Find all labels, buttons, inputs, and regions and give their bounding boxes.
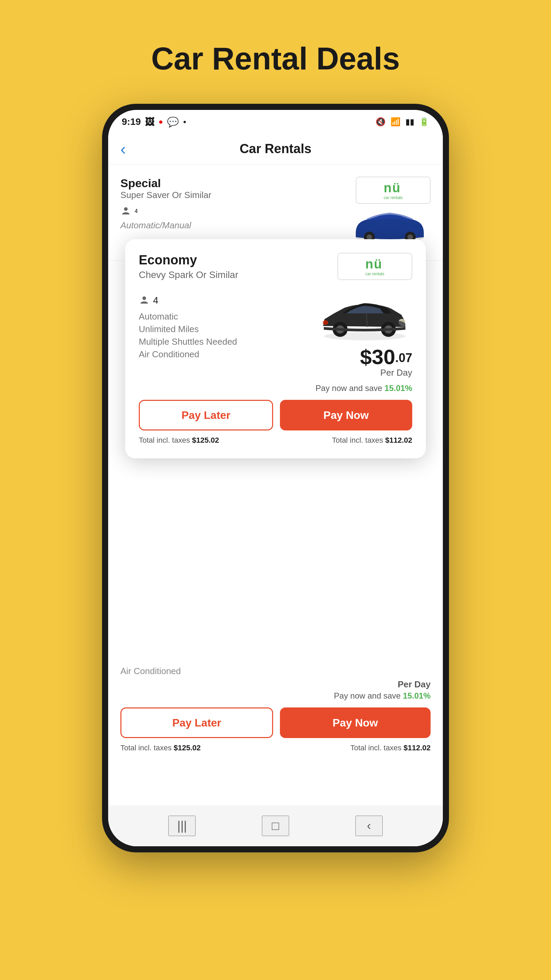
bottom-pay-now-button[interactable]: Pay Now [280, 708, 430, 738]
page-title: Car Rental Deals [151, 41, 400, 76]
economy-price-right: $30.07 Per Day [317, 290, 412, 383]
nav-menu-button[interactable]: ||| [168, 816, 195, 836]
special-card-left: Special Super Saver Or Similar 4 Automat… [121, 177, 211, 231]
special-transmission: Automatic/Manual [121, 220, 211, 231]
economy-features-list: Automatic Unlimited Miles Multiple Shutt… [139, 311, 237, 360]
economy-info-left: Economy Chevy Spark Or Similar [139, 253, 238, 280]
photo-icon: 🖼 [145, 116, 154, 127]
nav-back-button[interactable]: ‹ [356, 816, 383, 836]
nu-logo-text: nü [384, 181, 401, 195]
app-header: ‹ Car Rentals [108, 134, 443, 164]
person-icon [121, 206, 131, 217]
special-card-right: nü car rentals [349, 177, 430, 248]
time-display: 9:19 [122, 116, 141, 127]
special-company-logo: nü car rentals [356, 177, 430, 204]
per-day-label: Per Day [360, 368, 413, 378]
wifi-icon: 📶 [391, 117, 401, 127]
price-dollars: $30 [360, 345, 395, 369]
status-left: 9:19 🖼 ● 💬 ● [122, 116, 186, 127]
nav-menu-icon: ||| [177, 819, 187, 833]
economy-passenger-row: 4 [139, 295, 237, 306]
economy-price-section: $30.07 Per Day [360, 345, 413, 378]
status-right: 🔇 📶 ▮▮ 🔋 [375, 117, 429, 127]
special-passenger-count: 4 [135, 208, 138, 215]
total-later-text: Total incl. taxes $125.02 [139, 436, 272, 445]
economy-person-icon [139, 295, 150, 306]
feature-automatic: Automatic [139, 311, 237, 322]
phone-frame: 9:19 🖼 ● 💬 ● 🔇 📶 ▮▮ 🔋 ‹ Car Rentals [102, 104, 449, 853]
message-icon: 💬 [167, 116, 179, 127]
special-category: Special [121, 177, 211, 190]
economy-category: Economy [139, 253, 238, 267]
economy-features-section: 4 Automatic Unlimited Miles Multiple Shu… [139, 290, 237, 365]
back-button[interactable]: ‹ [121, 140, 126, 158]
special-subcategory: Super Saver Or Similar [121, 190, 211, 200]
bottom-payment-buttons: Pay Later Pay Now [121, 708, 430, 738]
nav-home-icon: □ [272, 819, 279, 833]
save-text-row: Pay now and save 15.01% [139, 383, 412, 393]
pay-later-button[interactable]: Pay Later [139, 400, 273, 430]
bottom-save-percent: 15.01% [403, 691, 430, 700]
mute-icon: 🔇 [375, 117, 386, 127]
economy-main-content: 4 Automatic Unlimited Miles Multiple Shu… [139, 290, 412, 383]
payment-buttons-row: Pay Later Pay Now [139, 400, 412, 430]
nav-bar: ||| □ ‹ [108, 805, 443, 846]
header-title: Car Rentals [240, 142, 311, 156]
status-bar: 9:19 🖼 ● 💬 ● 🔇 📶 ▮▮ 🔋 [108, 110, 443, 134]
svg-point-6 [143, 296, 146, 300]
save-label: Pay now and save [316, 383, 385, 393]
content-area: Special Super Saver Or Similar 4 Automat… [108, 164, 443, 805]
bottom-total-later: Total incl. taxes $125.02 [121, 743, 272, 752]
signal-icon: ▮▮ [405, 117, 414, 127]
airtel-icon: ● [159, 118, 163, 126]
bottom-air-conditioned: Air Conditioned [121, 666, 430, 676]
dot-icon: ● [183, 119, 186, 125]
feature-miles: Unlimited Miles [139, 324, 237, 334]
feature-ac: Air Conditioned [139, 349, 237, 360]
economy-card: Economy Chevy Spark Or Similar nü car re… [125, 239, 426, 458]
bottom-partial-section: Air Conditioned Per Day Pay now and save… [108, 654, 443, 765]
bottom-pay-later-button[interactable]: Pay Later [121, 708, 273, 738]
bottom-total-now: Total incl. taxes $112.02 [279, 743, 430, 752]
total-later-amount: $125.02 [192, 436, 219, 444]
save-percent: 15.01% [385, 383, 412, 393]
price-cents: .07 [395, 351, 412, 365]
nav-back-icon: ‹ [367, 819, 371, 833]
economy-price-display: $30.07 [360, 345, 413, 369]
economy-subcategory: Chevy Spark Or Similar [139, 269, 238, 280]
feature-shuttles: Multiple Shuttles Needed [139, 337, 237, 347]
economy-car-image [317, 290, 412, 345]
svg-point-0 [124, 207, 128, 211]
pay-now-button[interactable]: Pay Now [280, 400, 412, 430]
total-now-text: Total incl. taxes $112.02 [279, 436, 412, 445]
economy-nu-logo: nü [365, 257, 382, 271]
economy-card-top: Economy Chevy Spark Or Similar nü car re… [139, 253, 412, 283]
bottom-per-day: Per Day [398, 679, 430, 690]
svg-point-10 [323, 320, 328, 325]
total-now-amount: $112.02 [385, 436, 412, 444]
nav-home-button[interactable]: □ [262, 816, 289, 836]
special-passengers-row: 4 [121, 206, 211, 217]
phone-screen: 9:19 🖼 ● 💬 ● 🔇 📶 ▮▮ 🔋 ‹ Car Rentals [108, 110, 443, 846]
totals-row: Total incl. taxes $125.02 Total incl. ta… [139, 436, 412, 445]
economy-passenger-count: 4 [153, 295, 159, 306]
battery-icon: 🔋 [419, 117, 429, 127]
economy-company-logo: nü car rentals [337, 253, 412, 280]
bottom-totals-row: Total incl. taxes $125.02 Total incl. ta… [121, 743, 430, 752]
bottom-save-text: Pay now and save 15.01% [121, 691, 430, 701]
